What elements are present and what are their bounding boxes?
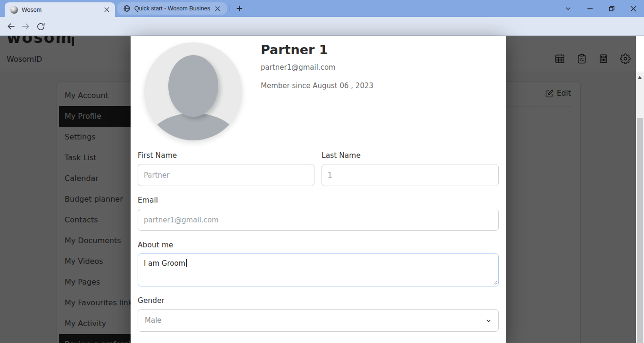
first-name-label: First Name [138,151,177,160]
chevron-down-icon [486,318,492,324]
tab-title: Quick start - Wosom Business [134,5,210,12]
tab-strip: Wosom Quick start - Wosom Business [0,0,644,17]
tab-quick-start[interactable]: Quick start - Wosom Business [117,2,227,15]
gender-select[interactable]: Male [138,309,499,332]
last-name-field[interactable] [322,164,499,186]
tab-title: Wosom [22,7,41,13]
gender-label: Gender [138,296,165,305]
member-since: Member since August 06 , 2023 [261,82,373,90]
page-viewport: wosom WosomID My Account My Profile Sett… [0,36,644,343]
minimize-button[interactable] [579,0,601,17]
chevron-down-icon[interactable] [557,0,579,17]
reload-icon[interactable] [34,20,47,33]
browser-toolbar: wosom.com/user/edit-profile [0,17,644,36]
about-me-label: About me [138,241,173,249]
avatar-shoulders [147,113,239,140]
forward-icon[interactable] [19,20,32,33]
avatar-head [168,55,218,117]
scroll-up-icon[interactable] [638,76,642,79]
tab-wosom[interactable]: Wosom [5,2,115,17]
gender-value: Male [145,316,162,325]
close-window-button[interactable] [622,0,644,17]
profile-name: Partner 1 [261,42,328,57]
close-tab-icon[interactable] [214,5,221,12]
resize-grip-icon[interactable] [493,280,497,285]
email-field[interactable] [138,209,499,231]
scrollbar-thumb[interactable] [637,118,643,343]
edit-profile-modal: Partner 1 partner1@gmail.com Member sinc… [131,36,506,343]
email-label: Email [138,196,158,204]
about-me-text: I am Groom [144,259,185,268]
last-name-label: Last Name [322,151,361,160]
page-scrollbar[interactable] [636,73,644,343]
close-tab-icon[interactable] [103,6,110,14]
first-name-field[interactable] [138,164,314,186]
text-caret [186,259,187,267]
globe-icon [123,5,131,12]
tab-separator [230,5,230,12]
avatar[interactable] [144,42,242,140]
back-icon[interactable] [5,20,18,33]
wosom-favicon-icon [10,6,18,14]
restore-button[interactable] [601,0,622,17]
new-tab-button[interactable] [234,3,245,14]
about-me-textarea[interactable]: I am Groom [138,253,499,286]
profile-email: partner1@gmail.com [261,63,336,72]
